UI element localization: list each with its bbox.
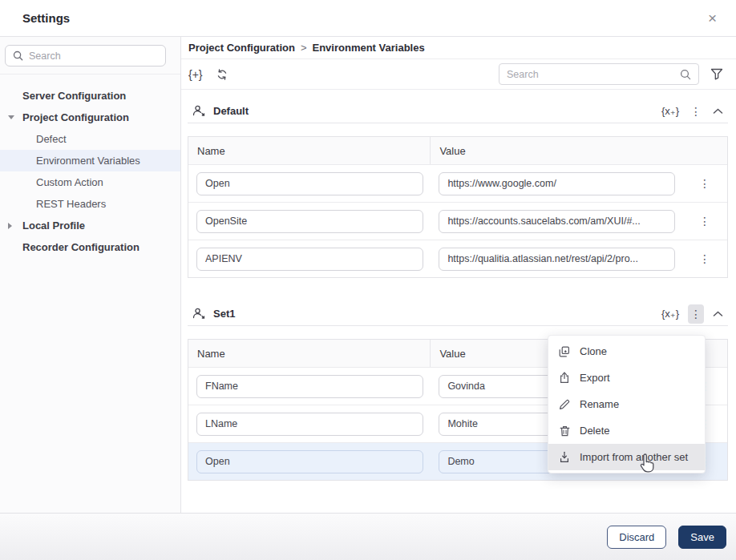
sidebar-item-label: Project Configuration — [22, 111, 129, 123]
breadcrumb-separator: > — [301, 42, 307, 54]
sidebar-search[interactable] — [5, 45, 166, 66]
column-header-name: Name — [188, 137, 431, 164]
sidebar-item-label: Server Configuration — [22, 90, 126, 102]
row-kebab-icon[interactable]: ⋮ — [697, 249, 713, 268]
column-header-value: Value — [431, 145, 727, 157]
sidebar-item-local-profile[interactable]: Local Profile — [0, 215, 180, 236]
sidebar-item-defect[interactable]: Defect — [0, 128, 180, 150]
sidebar-item-recorder-configuration[interactable]: Recorder Configuration — [0, 236, 180, 258]
variable-name-input[interactable] — [196, 450, 423, 473]
dialog-footer: Discard Save — [0, 513, 736, 560]
variable-name-input[interactable] — [196, 375, 423, 398]
refresh-icon[interactable] — [216, 68, 228, 81]
sidebar-item-label: Local Profile — [22, 220, 85, 232]
sidebar-item-project-configuration[interactable]: Project Configuration — [0, 107, 180, 128]
kebab-menu-icon[interactable]: ⋮ — [688, 102, 704, 121]
column-header-name: Name — [188, 340, 431, 367]
variables-search[interactable] — [499, 63, 699, 85]
sidebar-item-rest-headers[interactable]: REST Headers — [0, 193, 180, 215]
export-icon — [558, 372, 571, 384]
discard-button[interactable]: Discard — [607, 526, 666, 549]
sidebar-item-environment-variables[interactable]: Environment Variables — [0, 150, 180, 171]
sidebar-search-wrap — [0, 37, 180, 75]
table-header: Name Value — [188, 137, 727, 164]
table-row: ⋮ — [188, 202, 727, 240]
section-default: Default {x₊} ⋮ Name Value — [188, 99, 728, 278]
variable-set-icon — [192, 105, 206, 117]
add-variable-icon[interactable]: {x₊} — [661, 308, 679, 320]
menu-item-label: Delete — [580, 425, 610, 437]
section-name: Default — [213, 105, 249, 117]
chevron-up-icon[interactable] — [713, 311, 723, 317]
variable-value-input[interactable] — [439, 248, 675, 271]
variable-set-icon — [192, 308, 206, 320]
add-variable-set-icon[interactable]: {+} — [188, 68, 203, 81]
search-icon — [680, 69, 691, 80]
add-variable-icon[interactable]: {x₊} — [661, 105, 679, 117]
menu-item-label: Clone — [580, 345, 607, 357]
menu-item-rename[interactable]: Rename — [548, 391, 705, 417]
variable-value-input[interactable] — [439, 210, 675, 233]
table-row: ⋮ — [188, 240, 727, 277]
import-icon — [558, 451, 571, 463]
menu-item-delete[interactable]: Delete — [548, 417, 705, 444]
row-kebab-icon[interactable]: ⋮ — [697, 174, 713, 193]
close-icon[interactable]: × — [708, 10, 717, 26]
sidebar-item-label: Environment Variables — [36, 155, 140, 167]
kebab-menu-icon-active[interactable]: ⋮ — [688, 304, 704, 324]
menu-item-import-from-another-set[interactable]: Import from another set — [548, 444, 705, 470]
sidebar-search-input[interactable] — [29, 50, 158, 62]
variables-search-input[interactable] — [507, 69, 680, 80]
set-context-menu: Clone Export Rename Delete Import from a… — [548, 335, 706, 473]
sidebar-item-custom-action[interactable]: Custom Action — [0, 171, 180, 193]
sidebar: Server Configuration Project Configurati… — [0, 37, 181, 513]
variable-name-input[interactable] — [196, 172, 423, 195]
sidebar-item-label: REST Headers — [36, 198, 106, 210]
trash-icon — [558, 425, 571, 437]
variable-name-input[interactable] — [196, 413, 423, 436]
settings-dialog: Settings × Server Configuration Pro — [0, 0, 736, 560]
toolbar-right — [499, 63, 723, 85]
section-name: Set1 — [213, 308, 235, 320]
breadcrumb: Project Configuration > Environment Vari… — [181, 37, 736, 59]
menu-item-label: Rename — [580, 398, 619, 410]
variables-table-default: Name Value ⋮ ⋮ — [188, 136, 728, 278]
search-icon — [13, 50, 23, 61]
variable-name-input[interactable] — [196, 248, 423, 271]
menu-item-label: Import from another set — [580, 451, 688, 463]
filter-icon[interactable] — [710, 68, 723, 80]
section-set1-header: Set1 {x₊} ⋮ — [188, 302, 728, 326]
menu-item-clone[interactable]: Clone — [548, 338, 705, 365]
sidebar-item-label: Custom Action — [36, 176, 103, 188]
save-button[interactable]: Save — [678, 526, 726, 549]
breadcrumb-current: Environment Variables — [312, 42, 424, 54]
pencil-icon — [558, 399, 571, 410]
breadcrumb-parent[interactable]: Project Configuration — [188, 42, 295, 54]
toolbar: {+} — [181, 59, 736, 90]
dialog-header: Settings × — [0, 0, 736, 37]
sidebar-item-label: Defect — [36, 133, 67, 145]
variable-name-input[interactable] — [196, 210, 423, 233]
section-default-header: Default {x₊} ⋮ — [188, 99, 728, 123]
table-row: ⋮ — [188, 164, 727, 202]
menu-item-export[interactable]: Export — [548, 365, 705, 391]
row-kebab-icon[interactable]: ⋮ — [697, 212, 713, 231]
page-title: Settings — [22, 11, 70, 25]
chevron-up-icon[interactable] — [713, 108, 723, 115]
sidebar-item-label: Recorder Configuration — [22, 241, 140, 253]
caret-right-icon — [8, 223, 12, 229]
clone-icon — [558, 346, 571, 357]
menu-item-label: Export — [580, 372, 610, 384]
caret-down-icon — [8, 115, 14, 119]
sidebar-item-server-configuration[interactable]: Server Configuration — [0, 85, 180, 107]
variable-value-input[interactable] — [439, 172, 675, 195]
sidebar-nav: Server Configuration Project Configurati… — [0, 75, 180, 258]
